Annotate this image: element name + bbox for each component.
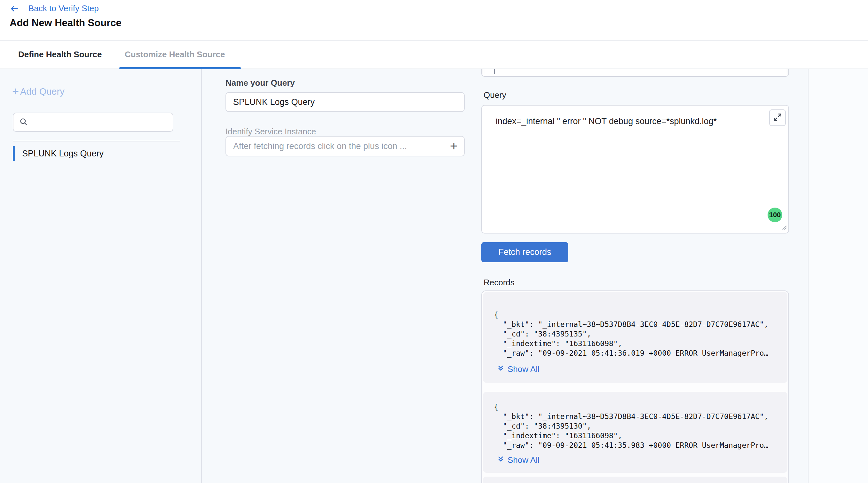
- add-health-source-page: Back to Verify Step Add New Health Sourc…: [0, 0, 868, 483]
- name-your-query-label: Name your Query: [225, 78, 295, 88]
- add-query-label: Add Query: [20, 86, 65, 97]
- record-card: { "_bkt": "_internal~38~D537D8B4-3EC0-4D…: [483, 392, 787, 473]
- record-json: { "_bkt": "_internal~38~D537D8B4-3EC0-4D…: [494, 392, 787, 450]
- query-label: Query: [484, 90, 506, 100]
- double-chevron-down-icon: [497, 455, 504, 465]
- fetch-records-button[interactable]: Fetch records: [481, 242, 568, 262]
- records-container: { "_bkt": "_internal~38~D537D8B4-3EC0-4D…: [481, 291, 789, 483]
- record-json: { "_bkt": "_internal~38~D537D8B4-3EC0-4D…: [494, 292, 787, 358]
- records-label: Records: [484, 278, 515, 288]
- maximize-icon: [773, 113, 782, 123]
- selected-indicator-bar: [13, 146, 15, 161]
- show-all-label: Show All: [507, 455, 539, 465]
- tab-bar: Define Health Source Customize Health So…: [0, 40, 868, 69]
- query-text: index=_internal " error " NOT debug sour…: [496, 116, 750, 126]
- service-instance-input[interactable]: [226, 141, 443, 151]
- plus-icon: +: [12, 86, 19, 97]
- page-title: Add New Health Source: [9, 17, 122, 29]
- record-card: { "_bkt": "_internal~38~D537D8B4-3EC0-4D…: [483, 292, 787, 383]
- truncated-top-field[interactable]: [481, 69, 789, 77]
- show-all-link[interactable]: Show All: [497, 364, 539, 374]
- arrow-left-icon: [10, 4, 19, 13]
- back-link-label: Back to Verify Step: [28, 3, 99, 13]
- query-search-box[interactable]: [13, 113, 173, 132]
- service-instance-plus-button[interactable]: +: [443, 137, 464, 156]
- show-all-link[interactable]: Show All: [497, 455, 539, 465]
- query-item-label: SPLUNK Logs Query: [22, 149, 104, 159]
- add-query-button[interactable]: + Add Query: [12, 86, 65, 97]
- tab-customize-health-source[interactable]: Customize Health Source: [125, 41, 225, 68]
- page-header: Back to Verify Step Add New Health Sourc…: [0, 0, 868, 40]
- query-sidebar: + Add Query SPLUNK Logs Query: [0, 69, 202, 483]
- right-edge-strip: [808, 69, 868, 483]
- show-all-label: Show All: [507, 364, 539, 374]
- record-count-badge: 100: [768, 208, 782, 222]
- content-area: + Add Query SPLUNK Logs Query Name your …: [0, 69, 868, 483]
- back-to-verify-step-link[interactable]: Back to Verify Step: [10, 3, 99, 13]
- service-instance-field: +: [225, 136, 465, 156]
- double-chevron-down-icon: [497, 364, 504, 374]
- query-textarea[interactable]: index=_internal " error " NOT debug sour…: [481, 105, 789, 234]
- text-cursor: [494, 69, 495, 74]
- resize-handle-icon[interactable]: [780, 223, 787, 232]
- sidebar-item-splunk-logs-query[interactable]: SPLUNK Logs Query: [13, 146, 104, 161]
- tab-define-health-source[interactable]: Define Health Source: [18, 41, 102, 68]
- record-card-partial: [483, 477, 787, 483]
- identify-service-instance-label: Identify Service Instance: [225, 127, 316, 137]
- query-name-input[interactable]: [225, 92, 465, 112]
- search-icon: [19, 117, 28, 127]
- search-input[interactable]: [32, 117, 167, 127]
- sidebar-divider: [13, 141, 180, 141]
- expand-query-button[interactable]: [769, 110, 786, 126]
